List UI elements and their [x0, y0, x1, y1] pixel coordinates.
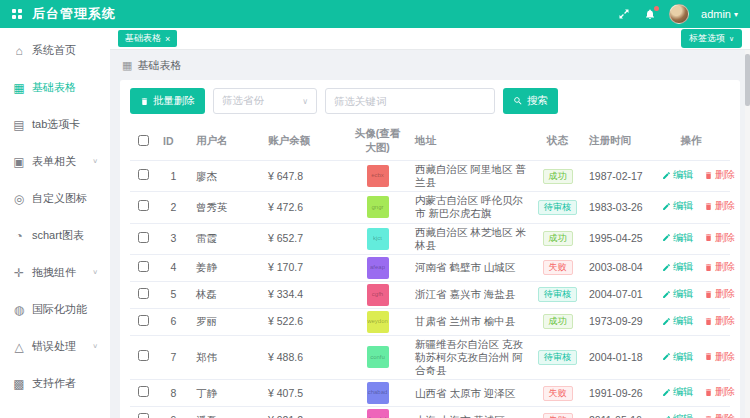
sidebar-item-label: 国际化功能: [32, 302, 87, 317]
delete-button[interactable]: 删除: [704, 169, 735, 182]
cell-id: 1: [157, 161, 190, 192]
column-header: 头像(查看大图): [346, 122, 409, 161]
batch-delete-button[interactable]: 批量删除: [130, 88, 205, 114]
content-area: ▦ 基础表格 批量删除 筛选省份 ∨ 搜索: [110, 50, 750, 418]
edit-button[interactable]: 编辑: [662, 169, 693, 182]
sidebar-item-donate[interactable]: ▩ 支持作者: [0, 365, 110, 402]
avatar-text: weydon: [367, 318, 388, 326]
delete-button[interactable]: 删除: [704, 288, 735, 301]
search-icon: [513, 96, 523, 106]
avatar-text: kjct: [373, 235, 382, 243]
row-checkbox[interactable]: [138, 350, 149, 361]
delete-button[interactable]: 删除: [704, 351, 735, 364]
avatar[interactable]: chabad: [367, 382, 389, 404]
row-checkbox[interactable]: [138, 288, 149, 299]
cell-id: 5: [157, 281, 190, 308]
row-checkbox[interactable]: [138, 261, 149, 272]
province-filter-select[interactable]: 筛选省份 ∨: [213, 88, 317, 114]
cell-balance: ¥ 488.6: [262, 335, 346, 379]
delete-button[interactable]: 删除: [704, 315, 735, 328]
table-row: 5 林磊 ¥ 334.4 cgfh 浙江省 嘉兴市 海盐县 待审核 2004-0…: [130, 281, 730, 308]
table-row: 6 罗丽 ¥ 522.6 weydon 甘肃省 兰州市 榆中县 成功 1973-…: [130, 308, 730, 335]
edit-button[interactable]: 编辑: [662, 288, 693, 301]
tab-close-icon[interactable]: ×: [165, 34, 170, 44]
sidebar-item-chart[interactable]: ◔ schart图表: [0, 217, 110, 254]
edit-button[interactable]: 编辑: [662, 200, 693, 213]
sidebar-item-label: 拖拽组件: [32, 265, 76, 280]
sidebar-item-drag[interactable]: ✛ 拖拽组件 ∨: [0, 254, 110, 291]
row-checkbox[interactable]: [138, 315, 149, 326]
keyword-search-input[interactable]: [325, 88, 495, 114]
cell-username: 丁静: [190, 380, 262, 407]
sidebar-item-home[interactable]: ⌂ 系统首页: [0, 32, 110, 69]
row-checkbox[interactable]: [138, 200, 149, 211]
edit-button[interactable]: 编辑: [662, 351, 693, 364]
bell-icon[interactable]: [643, 7, 657, 21]
scrollbar[interactable]: [745, 50, 750, 418]
cell-registered: 1973-09-29: [583, 308, 652, 335]
edit-button[interactable]: 编辑: [662, 315, 693, 328]
avatar[interactable]: ecbx: [367, 165, 389, 187]
pencil-icon: [662, 171, 671, 180]
sidebar-item-i18n[interactable]: ◍ 国际化功能: [0, 291, 110, 328]
avatar[interactable]: weydon: [367, 311, 389, 333]
avatar[interactable]: cgfh: [367, 284, 389, 306]
sidebar-item-label: 基础表格: [32, 80, 76, 95]
pencil-icon: [662, 317, 671, 326]
sidebar-item-label: schart图表: [32, 228, 84, 243]
avatar[interactable]: kjct: [367, 228, 389, 250]
cell-address: 内蒙古自治区 呼伦贝尔市 新巴尔虎右旗: [409, 192, 532, 223]
row-checkbox[interactable]: [138, 386, 149, 397]
user-avatar[interactable]: [669, 4, 689, 24]
sidebar-item-error[interactable]: △ 错误处理 ∨: [0, 328, 110, 365]
edit-button[interactable]: 编辑: [662, 261, 693, 274]
search-button[interactable]: 搜索: [503, 88, 558, 114]
tab-basic-table[interactable]: 基础表格 ×: [118, 30, 177, 47]
avatar-text: cgfh: [372, 291, 383, 299]
table-row: 1 廖杰 ¥ 647.8 ecbx 西藏自治区 阿里地区 普兰县 成功 1987…: [130, 161, 730, 192]
edit-button[interactable]: 编辑: [662, 232, 693, 245]
app-logo-grid-icon[interactable]: [12, 9, 22, 19]
delete-button[interactable]: 删除: [704, 200, 735, 213]
avatar[interactable]: gngr: [367, 196, 389, 218]
sidebar-item-form[interactable]: ▣ 表单相关 ∨: [0, 143, 110, 180]
sidebar-item-label: tab选项卡: [32, 117, 80, 132]
avatar[interactable]: confu: [367, 346, 389, 368]
breadcrumb-label: 基础表格: [137, 58, 181, 73]
column-header: 账户余额: [262, 122, 346, 161]
delete-button[interactable]: 删除: [704, 232, 735, 245]
user-name: admin: [701, 8, 731, 20]
row-checkbox[interactable]: [138, 169, 149, 180]
avatar[interactable]: afeap: [367, 257, 389, 279]
delete-button[interactable]: 删除: [704, 261, 735, 274]
tag-options-button[interactable]: 标签选项 ∨: [681, 29, 742, 48]
table-row: 2 曾秀英 ¥ 472.6 gngr 内蒙古自治区 呼伦贝尔市 新巴尔虎右旗 待…: [130, 192, 730, 223]
cell-username: 郑伟: [190, 335, 262, 379]
sidebar-item-custom[interactable]: ◎ 自定义图标: [0, 180, 110, 217]
row-checkbox[interactable]: [138, 232, 149, 243]
row-checkbox[interactable]: [138, 413, 149, 418]
edit-button[interactable]: 编辑: [662, 413, 693, 418]
cell-registered: 1991-09-26: [583, 380, 652, 407]
sidebar-item-tabs[interactable]: ▤ tab选项卡: [0, 106, 110, 143]
select-all-checkbox[interactable]: [138, 135, 149, 146]
users-table: ID用户名账户余额头像(查看大图)地址状态注册时间操作 1 廖杰 ¥ 647.8…: [130, 122, 730, 418]
sidebar-item-label: 表单相关: [32, 154, 76, 169]
cell-balance: ¥ 921.2: [262, 407, 346, 418]
user-menu[interactable]: admin ▾: [701, 8, 738, 20]
edit-button[interactable]: 编辑: [662, 386, 693, 399]
delete-button[interactable]: 删除: [704, 413, 735, 418]
cell-address: 新疆维吾尔自治区 克孜勒苏柯尔克孜自治州 阿合奇县: [409, 335, 532, 379]
tab-bar: 基础表格 × 标签选项 ∨: [110, 28, 750, 50]
table-icon: ▦: [122, 59, 132, 72]
drag-icon: ✛: [12, 266, 26, 280]
sidebar-item-table[interactable]: ▦ 基础表格: [0, 69, 110, 106]
cell-id: 8: [157, 380, 190, 407]
avatar[interactable]: feyokd: [367, 409, 389, 418]
delete-button[interactable]: 删除: [704, 386, 735, 399]
scrollbar-thumb[interactable]: [745, 54, 750, 106]
status-badge: 成功: [543, 169, 573, 184]
province-filter-placeholder: 筛选省份: [222, 94, 302, 108]
fullscreen-icon[interactable]: [617, 7, 631, 21]
sidebar-item-label: 错误处理: [32, 339, 76, 354]
